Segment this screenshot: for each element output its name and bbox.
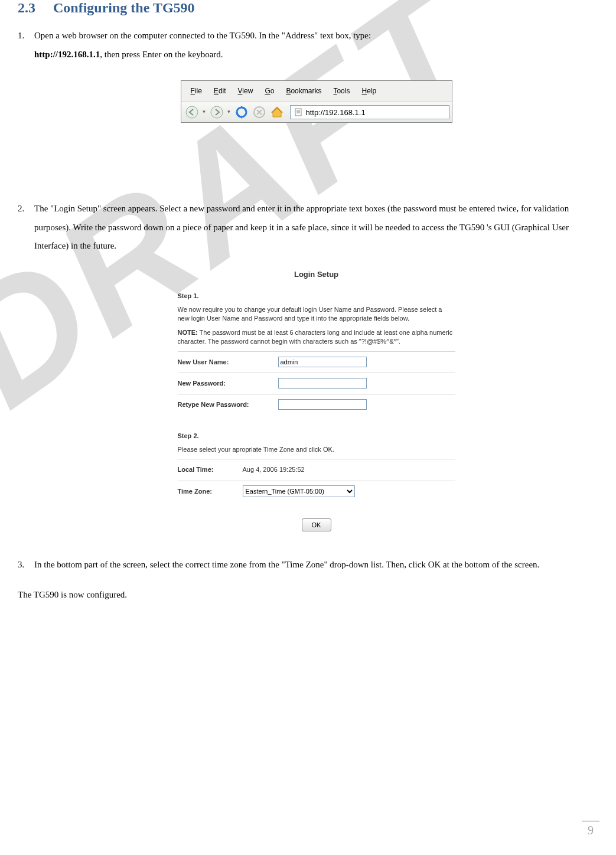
section-title: Configuring the TG590 [53,0,195,15]
local-time-value: Aug 4, 2006 19:25:52 [243,463,455,477]
stop-button[interactable] [251,104,268,120]
section-number: 2.3 [18,0,35,15]
address-bar[interactable]: http://192.168.1.1 [290,105,449,119]
final-line: The TG590 is now configured. [18,586,598,605]
step-1: 1.Open a web browser on the computer con… [34,27,598,123]
step-2-text: The "Login Setup" screen appears. Select… [34,204,569,250]
reload-icon [235,106,248,119]
section-heading: 2.3Configuring the TG590 [18,0,598,16]
local-time-row: Local Time: Aug 4, 2006 19:25:52 [178,459,455,480]
login-step2-text: Please select your apropriate Time Zone … [178,445,455,454]
back-button[interactable] [184,104,200,120]
menu-edit[interactable]: Edit [208,83,232,100]
local-time-label: Local Time: [178,463,243,477]
step-2-index: 2. [18,200,34,218]
forward-dropdown[interactable]: ▼ [226,107,232,118]
step-3-index: 3. [18,556,34,575]
svg-point-0 [186,106,198,118]
login-step2-label: Step 2. [178,429,455,443]
step-2: 2.The "Login Setup" screen appears. Sele… [34,200,598,532]
retype-pass-label: Retype New Password: [178,398,278,412]
timezone-row: Time Zone: Eastern_Time (GMT-05:00) [178,481,455,502]
step-1-url: http://192.168.1.1 [34,50,100,59]
step-1-index: 1. [18,27,34,45]
retype-pass-row: Retype New Password: [178,394,455,415]
login-title: Login Setup [178,266,455,282]
note-label: NOTE: [178,329,198,336]
menu-file[interactable]: File [185,83,208,100]
menu-help[interactable]: Help [356,83,382,100]
menu-go[interactable]: Go [259,83,280,100]
reload-button[interactable] [233,104,250,120]
page-footer: 9 [582,821,599,837]
forward-button[interactable] [208,104,225,120]
home-button[interactable] [269,104,285,120]
login-step1-label: Step 1. [178,289,455,303]
forward-arrow-icon [210,106,223,119]
menu-view[interactable]: View [232,83,259,100]
retype-pass-input[interactable] [278,399,367,410]
ok-button[interactable]: OK [302,518,331,531]
svg-point-1 [211,106,223,118]
timezone-label: Time Zone: [178,485,243,498]
svg-rect-3 [295,109,301,116]
new-pass-label: New Password: [178,377,278,390]
step-3: 3.In the bottom part of the screen, sele… [34,556,598,575]
step-1-text-c: , then press Enter on the keyboard. [100,50,223,59]
page-icon [294,108,302,116]
browser-menubar: File Edit View Go Bookmarks Tools Help [181,81,452,102]
new-pass-row: New Password: [178,373,455,394]
note-text: The password must be at least 6 characte… [178,329,453,345]
page-number: 9 [582,821,599,837]
step-3-text: In the bottom part of the screen, select… [34,560,539,569]
browser-screenshot: File Edit View Go Bookmarks Tools Help ▼ [181,80,452,123]
browser-toolbar: ▼ ▼ http://192 [181,102,452,122]
back-dropdown[interactable]: ▼ [201,107,207,118]
home-icon [270,106,283,119]
address-text: http://192.168.1.1 [306,105,366,120]
menu-tools[interactable]: Tools [327,83,356,100]
stop-icon [253,106,266,119]
new-user-row: New User Name: [178,351,455,373]
menu-bookmarks[interactable]: Bookmarks [280,83,327,100]
timezone-select[interactable]: Eastern_Time (GMT-05:00) [243,485,355,497]
new-pass-input[interactable] [278,378,367,389]
new-user-label: New User Name: [178,355,278,369]
back-arrow-icon [185,106,198,119]
step-1-text-a: Open a web browser on the computer conne… [34,31,371,40]
new-user-input[interactable] [278,357,367,367]
login-intro: We now require you to change your defaul… [178,305,455,324]
login-setup-screenshot: Login Setup Step 1. We now require you t… [178,266,455,532]
login-note: NOTE: The password must be at least 6 ch… [178,328,455,347]
